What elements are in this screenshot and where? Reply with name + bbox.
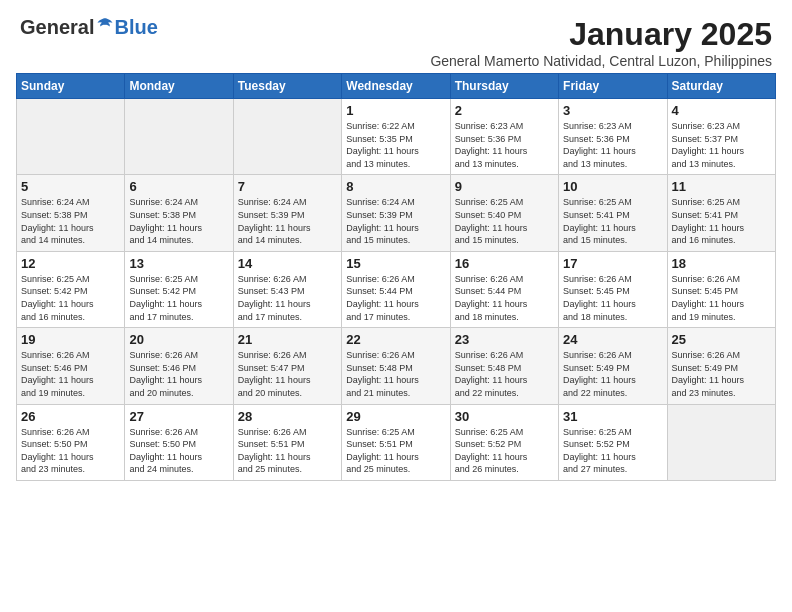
day-number: 5 bbox=[21, 179, 120, 194]
day-info: Sunrise: 6:26 AM Sunset: 5:45 PM Dayligh… bbox=[563, 273, 662, 323]
day-number: 31 bbox=[563, 409, 662, 424]
calendar-day-cell: 17Sunrise: 6:26 AM Sunset: 5:45 PM Dayli… bbox=[559, 251, 667, 327]
header-wednesday: Wednesday bbox=[342, 74, 450, 99]
day-info: Sunrise: 6:23 AM Sunset: 5:37 PM Dayligh… bbox=[672, 120, 771, 170]
day-number: 3 bbox=[563, 103, 662, 118]
calendar-day-cell: 26Sunrise: 6:26 AM Sunset: 5:50 PM Dayli… bbox=[17, 404, 125, 480]
calendar-day-cell: 18Sunrise: 6:26 AM Sunset: 5:45 PM Dayli… bbox=[667, 251, 775, 327]
logo-blue-text: Blue bbox=[114, 16, 157, 39]
page-header: General Blue January 2025 General Mamert… bbox=[10, 10, 782, 69]
day-number: 12 bbox=[21, 256, 120, 271]
calendar-day-cell: 21Sunrise: 6:26 AM Sunset: 5:47 PM Dayli… bbox=[233, 328, 341, 404]
calendar-day-cell: 23Sunrise: 6:26 AM Sunset: 5:48 PM Dayli… bbox=[450, 328, 558, 404]
day-number: 27 bbox=[129, 409, 228, 424]
day-info: Sunrise: 6:24 AM Sunset: 5:39 PM Dayligh… bbox=[238, 196, 337, 246]
day-info: Sunrise: 6:25 AM Sunset: 5:52 PM Dayligh… bbox=[563, 426, 662, 476]
calendar-day-cell bbox=[667, 404, 775, 480]
day-info: Sunrise: 6:26 AM Sunset: 5:46 PM Dayligh… bbox=[129, 349, 228, 399]
day-info: Sunrise: 6:26 AM Sunset: 5:48 PM Dayligh… bbox=[455, 349, 554, 399]
day-info: Sunrise: 6:22 AM Sunset: 5:35 PM Dayligh… bbox=[346, 120, 445, 170]
day-number: 6 bbox=[129, 179, 228, 194]
calendar-day-cell: 2Sunrise: 6:23 AM Sunset: 5:36 PM Daylig… bbox=[450, 99, 558, 175]
day-info: Sunrise: 6:25 AM Sunset: 5:42 PM Dayligh… bbox=[129, 273, 228, 323]
day-number: 13 bbox=[129, 256, 228, 271]
calendar-week-row: 26Sunrise: 6:26 AM Sunset: 5:50 PM Dayli… bbox=[17, 404, 776, 480]
calendar-day-cell: 8Sunrise: 6:24 AM Sunset: 5:39 PM Daylig… bbox=[342, 175, 450, 251]
month-year-title: January 2025 bbox=[430, 16, 772, 53]
day-info: Sunrise: 6:24 AM Sunset: 5:38 PM Dayligh… bbox=[129, 196, 228, 246]
calendar-day-cell: 11Sunrise: 6:25 AM Sunset: 5:41 PM Dayli… bbox=[667, 175, 775, 251]
calendar-day-cell: 10Sunrise: 6:25 AM Sunset: 5:41 PM Dayli… bbox=[559, 175, 667, 251]
day-number: 8 bbox=[346, 179, 445, 194]
day-info: Sunrise: 6:26 AM Sunset: 5:43 PM Dayligh… bbox=[238, 273, 337, 323]
day-info: Sunrise: 6:25 AM Sunset: 5:41 PM Dayligh… bbox=[672, 196, 771, 246]
calendar-day-cell: 25Sunrise: 6:26 AM Sunset: 5:49 PM Dayli… bbox=[667, 328, 775, 404]
day-info: Sunrise: 6:24 AM Sunset: 5:38 PM Dayligh… bbox=[21, 196, 120, 246]
day-number: 24 bbox=[563, 332, 662, 347]
day-number: 1 bbox=[346, 103, 445, 118]
calendar-day-cell: 4Sunrise: 6:23 AM Sunset: 5:37 PM Daylig… bbox=[667, 99, 775, 175]
day-info: Sunrise: 6:25 AM Sunset: 5:41 PM Dayligh… bbox=[563, 196, 662, 246]
day-number: 26 bbox=[21, 409, 120, 424]
header-thursday: Thursday bbox=[450, 74, 558, 99]
day-number: 11 bbox=[672, 179, 771, 194]
calendar-day-cell: 14Sunrise: 6:26 AM Sunset: 5:43 PM Dayli… bbox=[233, 251, 341, 327]
calendar-day-cell: 31Sunrise: 6:25 AM Sunset: 5:52 PM Dayli… bbox=[559, 404, 667, 480]
day-number: 15 bbox=[346, 256, 445, 271]
header-tuesday: Tuesday bbox=[233, 74, 341, 99]
header-saturday: Saturday bbox=[667, 74, 775, 99]
header-sunday: Sunday bbox=[17, 74, 125, 99]
day-info: Sunrise: 6:25 AM Sunset: 5:51 PM Dayligh… bbox=[346, 426, 445, 476]
calendar-day-cell: 12Sunrise: 6:25 AM Sunset: 5:42 PM Dayli… bbox=[17, 251, 125, 327]
calendar-day-cell: 24Sunrise: 6:26 AM Sunset: 5:49 PM Dayli… bbox=[559, 328, 667, 404]
header-monday: Monday bbox=[125, 74, 233, 99]
calendar-day-cell: 3Sunrise: 6:23 AM Sunset: 5:36 PM Daylig… bbox=[559, 99, 667, 175]
day-info: Sunrise: 6:25 AM Sunset: 5:52 PM Dayligh… bbox=[455, 426, 554, 476]
location-subtitle: General Mamerto Natividad, Central Luzon… bbox=[430, 53, 772, 69]
calendar-wrapper: Sunday Monday Tuesday Wednesday Thursday… bbox=[10, 73, 782, 481]
calendar-day-cell bbox=[17, 99, 125, 175]
calendar-day-cell: 22Sunrise: 6:26 AM Sunset: 5:48 PM Dayli… bbox=[342, 328, 450, 404]
day-number: 28 bbox=[238, 409, 337, 424]
logo-general-text: General bbox=[20, 16, 94, 39]
calendar-day-cell: 30Sunrise: 6:25 AM Sunset: 5:52 PM Dayli… bbox=[450, 404, 558, 480]
day-number: 2 bbox=[455, 103, 554, 118]
calendar-table: Sunday Monday Tuesday Wednesday Thursday… bbox=[16, 73, 776, 481]
calendar-day-cell: 9Sunrise: 6:25 AM Sunset: 5:40 PM Daylig… bbox=[450, 175, 558, 251]
day-number: 4 bbox=[672, 103, 771, 118]
day-number: 7 bbox=[238, 179, 337, 194]
calendar-day-cell: 16Sunrise: 6:26 AM Sunset: 5:44 PM Dayli… bbox=[450, 251, 558, 327]
calendar-day-cell: 28Sunrise: 6:26 AM Sunset: 5:51 PM Dayli… bbox=[233, 404, 341, 480]
day-info: Sunrise: 6:26 AM Sunset: 5:47 PM Dayligh… bbox=[238, 349, 337, 399]
day-number: 23 bbox=[455, 332, 554, 347]
weekday-header-row: Sunday Monday Tuesday Wednesday Thursday… bbox=[17, 74, 776, 99]
title-block: January 2025 General Mamerto Natividad, … bbox=[430, 16, 772, 69]
calendar-day-cell: 20Sunrise: 6:26 AM Sunset: 5:46 PM Dayli… bbox=[125, 328, 233, 404]
calendar-day-cell bbox=[233, 99, 341, 175]
calendar-week-row: 12Sunrise: 6:25 AM Sunset: 5:42 PM Dayli… bbox=[17, 251, 776, 327]
calendar-week-row: 5Sunrise: 6:24 AM Sunset: 5:38 PM Daylig… bbox=[17, 175, 776, 251]
day-number: 22 bbox=[346, 332, 445, 347]
calendar-day-cell: 15Sunrise: 6:26 AM Sunset: 5:44 PM Dayli… bbox=[342, 251, 450, 327]
logo-bird-icon bbox=[96, 16, 114, 34]
day-info: Sunrise: 6:23 AM Sunset: 5:36 PM Dayligh… bbox=[563, 120, 662, 170]
day-number: 17 bbox=[563, 256, 662, 271]
calendar-day-cell: 1Sunrise: 6:22 AM Sunset: 5:35 PM Daylig… bbox=[342, 99, 450, 175]
calendar-week-row: 1Sunrise: 6:22 AM Sunset: 5:35 PM Daylig… bbox=[17, 99, 776, 175]
calendar-week-row: 19Sunrise: 6:26 AM Sunset: 5:46 PM Dayli… bbox=[17, 328, 776, 404]
day-number: 19 bbox=[21, 332, 120, 347]
calendar-body: 1Sunrise: 6:22 AM Sunset: 5:35 PM Daylig… bbox=[17, 99, 776, 481]
calendar-day-cell: 5Sunrise: 6:24 AM Sunset: 5:38 PM Daylig… bbox=[17, 175, 125, 251]
day-number: 21 bbox=[238, 332, 337, 347]
header-friday: Friday bbox=[559, 74, 667, 99]
calendar-day-cell bbox=[125, 99, 233, 175]
day-info: Sunrise: 6:26 AM Sunset: 5:50 PM Dayligh… bbox=[129, 426, 228, 476]
day-number: 18 bbox=[672, 256, 771, 271]
calendar-day-cell: 6Sunrise: 6:24 AM Sunset: 5:38 PM Daylig… bbox=[125, 175, 233, 251]
calendar-day-cell: 13Sunrise: 6:25 AM Sunset: 5:42 PM Dayli… bbox=[125, 251, 233, 327]
day-number: 25 bbox=[672, 332, 771, 347]
day-number: 10 bbox=[563, 179, 662, 194]
day-info: Sunrise: 6:24 AM Sunset: 5:39 PM Dayligh… bbox=[346, 196, 445, 246]
day-number: 30 bbox=[455, 409, 554, 424]
day-info: Sunrise: 6:26 AM Sunset: 5:50 PM Dayligh… bbox=[21, 426, 120, 476]
